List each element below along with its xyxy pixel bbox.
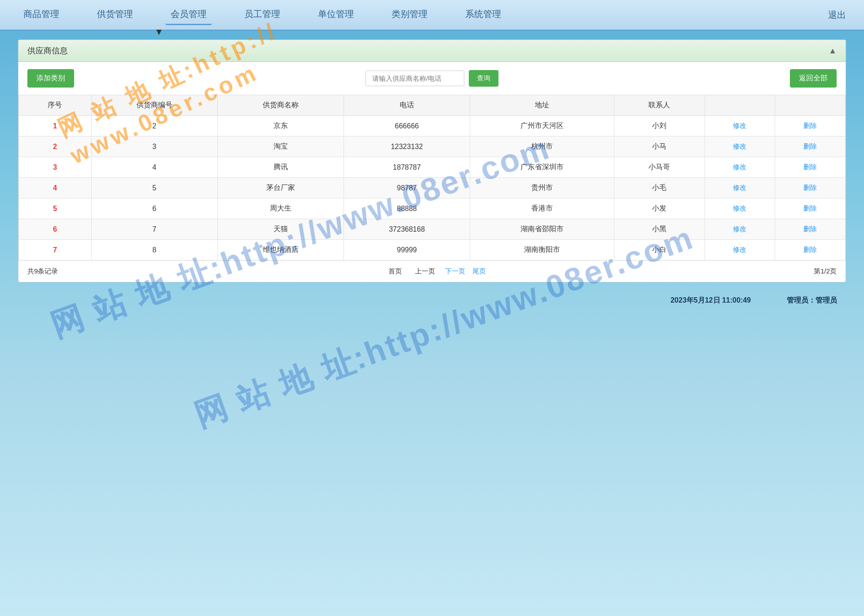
- table-header: 序号 供货商编号 供货商名称 电话 地址 联系人: [19, 95, 846, 116]
- last-page[interactable]: 尾页: [472, 267, 486, 275]
- cell-id: 3: [91, 136, 217, 157]
- query-button[interactable]: 查询: [469, 70, 498, 87]
- cell-contact: 小发: [614, 198, 705, 219]
- col-contact: 联系人: [614, 95, 705, 116]
- seq-number: 6: [53, 225, 57, 233]
- datetime: 2023年5月12日 11:00:49: [670, 296, 751, 305]
- cell-id: 2: [91, 116, 217, 136]
- add-category-button[interactable]: 添加类别: [27, 69, 74, 88]
- edit-button[interactable]: 修改: [733, 204, 746, 212]
- cell-name: 腾讯: [217, 157, 344, 178]
- cell-address: 广东省深圳市: [470, 157, 614, 178]
- cell-phone: 666666: [344, 116, 470, 136]
- col-address: 地址: [470, 95, 614, 116]
- cell-address: 香港市: [470, 198, 614, 219]
- delete-button[interactable]: 删除: [803, 163, 817, 171]
- search-area: 查询: [83, 70, 781, 87]
- cell-edit: 修改: [705, 240, 775, 260]
- nav-item-goods[interactable]: 商品管理: [18, 4, 65, 25]
- cell-address: 湖南衡阳市: [470, 240, 614, 260]
- cell-name: 京东: [217, 116, 344, 136]
- prev-page[interactable]: 上一页: [415, 267, 435, 275]
- table-body: 1 2 京东 666666 广州市天河区 小刘 修改 删除 2 3 淘宝 123…: [19, 116, 846, 260]
- delete-button[interactable]: 删除: [803, 225, 817, 233]
- cell-seq: 1: [19, 116, 92, 136]
- col-id: 供货商编号: [91, 95, 217, 116]
- table-row: 6 7 天猫 372368168 湖南省邵阳市 小黑 修改 删除: [19, 219, 846, 240]
- cell-name: 周大生: [217, 198, 344, 219]
- cell-id: 8: [91, 240, 217, 260]
- table-row: 2 3 淘宝 12323132 杭州市 小马 修改 删除: [19, 136, 846, 157]
- section-header: 供应商信息 ▲: [18, 40, 846, 62]
- cell-contact: 小黑: [614, 219, 705, 240]
- delete-button[interactable]: 删除: [803, 246, 817, 253]
- cell-edit: 修改: [705, 219, 775, 240]
- cell-phone: 99999: [344, 240, 470, 260]
- table-row: 7 8 维也纳酒店 99999 湖南衡阳市 小白 修改 删除: [19, 240, 846, 260]
- cell-name: 天猫: [217, 219, 344, 240]
- cell-name: 茅台厂家: [217, 178, 344, 198]
- page-nav: 首页 上一页 下一页 尾页: [58, 267, 814, 276]
- cell-delete: 删除: [775, 198, 846, 219]
- cell-address: 广州市天河区: [470, 116, 614, 136]
- cell-name: 淘宝: [217, 136, 344, 157]
- delete-button[interactable]: 删除: [803, 184, 817, 191]
- cell-address: 湖南省邵阳市: [470, 219, 614, 240]
- supplier-table: 序号 供货商编号 供货商名称 电话 地址 联系人 1 2 京东 666666 广…: [18, 95, 846, 260]
- delete-button[interactable]: 删除: [803, 204, 817, 212]
- cell-id: 7: [91, 219, 217, 240]
- cell-contact: 小马哥: [614, 157, 705, 178]
- delete-button[interactable]: 删除: [803, 122, 817, 129]
- cell-seq: 2: [19, 136, 92, 157]
- cursor-pointer: [156, 30, 162, 35]
- pagination: 共9条记录 首页 上一页 下一页 尾页 第1/2页: [18, 260, 846, 282]
- return-all-button[interactable]: 返回全部: [790, 69, 837, 88]
- nav-item-category[interactable]: 类别管理: [386, 4, 433, 25]
- cell-phone: 98787: [344, 178, 470, 198]
- cell-edit: 修改: [705, 116, 775, 136]
- edit-button[interactable]: 修改: [733, 225, 746, 233]
- edit-button[interactable]: 修改: [733, 163, 746, 171]
- cell-phone: 372368168: [344, 219, 470, 240]
- cell-delete: 删除: [775, 116, 846, 136]
- cell-phone: 12323132: [344, 136, 470, 157]
- logout-button[interactable]: 退出: [828, 9, 846, 21]
- next-page[interactable]: 下一页: [445, 267, 465, 275]
- cell-edit: 修改: [705, 136, 775, 157]
- delete-button[interactable]: 删除: [803, 142, 817, 150]
- cell-contact: 小马: [614, 136, 705, 157]
- status-bar: 2023年5月12日 11:00:49 管理员：管理员: [0, 291, 864, 310]
- section-title: 供应商信息: [27, 45, 68, 56]
- cell-seq: 4: [19, 178, 92, 198]
- table-row: 5 6 周大生 88888 香港市 小发 修改 删除: [19, 198, 846, 219]
- scroll-up-icon[interactable]: ▲: [829, 46, 837, 56]
- cell-edit: 修改: [705, 178, 775, 198]
- edit-button[interactable]: 修改: [733, 142, 746, 150]
- cell-address: 贵州市: [470, 178, 614, 198]
- top-nav: 商品管理 供货管理 会员管理 员工管理 单位管理 类别管理 系统管理 退出: [0, 0, 864, 31]
- cell-contact: 小白: [614, 240, 705, 260]
- nav-items: 商品管理 供货管理 会员管理 员工管理 单位管理 类别管理 系统管理: [18, 4, 828, 25]
- nav-item-supply[interactable]: 供货管理: [92, 4, 138, 25]
- cell-seq: 6: [19, 219, 92, 240]
- first-page[interactable]: 首页: [388, 267, 402, 275]
- admin-info: 管理员：管理员: [787, 296, 837, 305]
- col-seq: 序号: [19, 95, 92, 116]
- cell-id: 6: [91, 198, 217, 219]
- cell-seq: 5: [19, 198, 92, 219]
- edit-button[interactable]: 修改: [733, 246, 746, 253]
- search-input[interactable]: [366, 70, 464, 86]
- cell-seq: 3: [19, 157, 92, 178]
- table-row: 4 5 茅台厂家 98787 贵州市 小毛 修改 删除: [19, 178, 846, 198]
- cell-name: 维也纳酒店: [217, 240, 344, 260]
- nav-item-staff[interactable]: 员工管理: [239, 4, 286, 25]
- nav-item-member[interactable]: 会员管理: [165, 4, 212, 25]
- col-delete: [775, 95, 846, 116]
- nav-item-system[interactable]: 系统管理: [460, 4, 507, 25]
- cell-id: 4: [91, 157, 217, 178]
- edit-button[interactable]: 修改: [733, 184, 746, 191]
- nav-item-unit[interactable]: 单位管理: [313, 4, 359, 25]
- cell-seq: 7: [19, 240, 92, 260]
- edit-button[interactable]: 修改: [733, 122, 746, 129]
- cell-phone: 88888: [344, 198, 470, 219]
